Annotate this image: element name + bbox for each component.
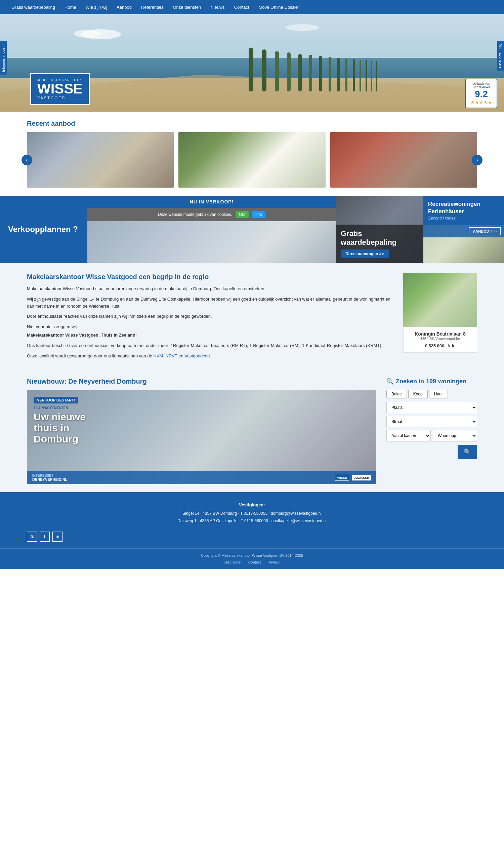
logo-main: WISSE <box>37 82 83 96</box>
footer-address2: Duinweg 1 · 4356 AP Oostkapelle · T 0118… <box>27 518 477 525</box>
about-p6: Ons kantoor beschikt over een enthousias… <box>27 342 393 349</box>
side-tab-right[interactable]: Mijn favorieten <box>497 41 504 71</box>
aanbod-overlay: AANBOD >>> <box>424 225 504 237</box>
review-score: 9.2 <box>470 89 492 100</box>
nvm-link[interactable]: NVM <box>154 353 163 359</box>
tab-beide[interactable]: Beide <box>386 390 407 398</box>
nav-home[interactable]: Home <box>60 5 81 10</box>
svg-point-19 <box>74 30 101 38</box>
nav-contact[interactable]: Contact <box>230 5 254 10</box>
social-facebook[interactable]: f <box>40 532 50 542</box>
cookie-ok-button[interactable]: Ok! <box>236 211 249 218</box>
nb-line1: Uw nieuwe <box>34 411 86 422</box>
search-button[interactable]: 🔍 <box>457 445 477 459</box>
nieuwbouw-image[interactable]: VERKOOP GESTART! 12 APPARTEMENTEN Uw nie… <box>27 390 376 484</box>
nb-website: DENEYVERHEID.NL <box>32 477 68 482</box>
carousel-prev[interactable]: ‹ <box>21 155 32 166</box>
footer-vestigingen-label: Vestigingen: <box>27 502 477 507</box>
cookie-bar: Deze website maakt gebruik van cookies. … <box>87 208 336 221</box>
gratis-title: Gratis waardebepaling <box>341 229 419 247</box>
property-title: Koningin Beatrixlaan 8 <box>408 331 473 336</box>
second-homes: Recreatiewoningen Ferienhäuser Second Ho… <box>424 196 504 263</box>
nb-logos: WISSE JOZIASSE <box>335 475 371 481</box>
straat-select[interactable]: Straat <box>386 416 477 427</box>
second-homes-sub: Second Homes <box>428 216 499 221</box>
nb-line3: Domburg <box>34 433 86 445</box>
gratis-btn[interactable]: Direct aanvragen >> <box>341 249 389 258</box>
tab-huur[interactable]: Huur <box>429 390 448 398</box>
filter-tabs: Beide Koop Huur <box>386 390 477 398</box>
about-title: Makelaarskantoor Wisse Vastgoed een begr… <box>27 273 393 281</box>
nav-move[interactable]: Move Online Dossier <box>254 5 304 10</box>
bottom-row: Nieuwbouw: De Neyverheid Domburg VERKOOP… <box>0 369 504 492</box>
svg-rect-8 <box>309 55 312 91</box>
footer-disclaimer[interactable]: Disclaimer <box>224 560 241 564</box>
svg-rect-5 <box>275 51 279 91</box>
review-label: Op basis van <box>470 82 492 85</box>
about-house-image <box>403 273 477 327</box>
social-twitter[interactable]: 𝕏 <box>27 532 37 542</box>
zoeken-panel: 🔍 Zoeken in 199 woningen Beide Koop Huur… <box>386 378 477 459</box>
carousel-item-3 <box>330 132 477 188</box>
tab-koop[interactable]: Koop <box>408 390 428 398</box>
vastgoedcert-link[interactable]: Vastgoedcert <box>184 353 210 359</box>
review-badge: Op basis van 367 reviews 9.2 ★★★★★ <box>465 79 497 108</box>
footer-copyright: Copyright © Makelaarskantoor Wisse Vastg… <box>27 553 477 557</box>
second-homes-header: Recreatiewoningen Ferienhäuser Second Ho… <box>424 196 504 225</box>
svg-rect-16 <box>371 61 372 91</box>
property-addr: 4354 BK Vrouwenpolder <box>408 336 473 341</box>
recent-aanbod-title: Recent aanbod <box>27 120 477 127</box>
svg-rect-14 <box>360 60 361 91</box>
svg-rect-11 <box>337 58 340 91</box>
gratis-box: Gratis waardebepaling Direct aanvragen >… <box>336 196 424 263</box>
gratis-overlay: Gratis waardebepaling Direct aanvragen >… <box>336 225 424 263</box>
footer-contact[interactable]: Contact <box>248 560 261 564</box>
carousel-next[interactable]: › <box>472 155 483 166</box>
recent-aanbod-section: Recent aanbod ‹ › <box>0 111 504 196</box>
rooms-area-row: Aantal kamers Woon.opp. <box>386 430 477 441</box>
property-price: € 525.000,- k.k. <box>408 343 473 348</box>
footer-address1: Singel 14 · 4357 BW Domburg · T 0118-580… <box>27 510 477 518</box>
svg-rect-6 <box>287 52 291 91</box>
plaats-select[interactable]: Plaats <box>386 402 477 413</box>
footer: Vestigingen: Singel 14 · 4357 BW Domburg… <box>0 492 504 548</box>
about-side: Koningin Beatrixlaan 8 4354 BK Vrouwenpo… <box>403 273 477 360</box>
svg-rect-13 <box>353 59 355 91</box>
social-linkedin[interactable]: in <box>52 532 62 542</box>
nrvt-link[interactable]: NRVT <box>166 353 177 359</box>
svg-rect-10 <box>329 57 331 91</box>
svg-rect-12 <box>345 58 347 91</box>
area-select[interactable]: Woon.opp. <box>433 430 477 441</box>
rooms-select[interactable]: Aantal kamers <box>386 430 431 441</box>
building-image <box>87 221 336 263</box>
promo-verkoopplannen-title: Verkoopplannen ? <box>8 225 78 235</box>
top-nav: Gratis waardebepaling Home Wie zijn wij … <box>0 0 504 14</box>
nav-nieuws[interactable]: Nieuws <box>205 5 230 10</box>
review-stars: ★★★★★ <box>470 100 492 105</box>
aanbod-button[interactable]: AANBOD >>> <box>469 227 501 236</box>
about-p3: Door enthousiaste reacties van onze klan… <box>27 313 393 320</box>
svg-rect-15 <box>365 60 367 91</box>
svg-rect-7 <box>299 54 302 91</box>
nu-verkoop-banner: NU IN VERKOOP! <box>87 196 336 208</box>
nieuwbouw-title: Nieuwbouw: De Neyverheid Domburg <box>27 378 376 385</box>
second-homes-img: AANBOD >>> <box>424 225 504 263</box>
cookie-info-button[interactable]: Info <box>252 211 266 218</box>
property-card: Koningin Beatrixlaan 8 4354 BK Vrouwenpo… <box>403 327 477 353</box>
nav-gratis[interactable]: Gratis waardebepaling <box>7 5 60 10</box>
nb-badge: VERKOOP GESTART! <box>34 397 78 403</box>
review-count: 367 reviews <box>470 85 492 89</box>
nav-wie[interactable]: Wie zijn wij <box>81 5 112 10</box>
nav-aanbod[interactable]: Aanbod <box>112 5 137 10</box>
search-count: 199 <box>426 378 436 385</box>
nieuwbouw-section: Nieuwbouw: De Neyverheid Domburg VERKOOP… <box>27 378 376 484</box>
svg-rect-9 <box>319 56 322 91</box>
svg-rect-4 <box>262 49 267 91</box>
about-p1: Makelaarskantoor Wisse Vastgoed staat vo… <box>27 285 393 293</box>
side-tab-left[interactable]: Inloggen move.nl <box>0 41 7 75</box>
about-text: Makelaarskantoor Wisse Vastgoed een begr… <box>27 273 393 360</box>
footer-privacy[interactable]: Privacy <box>268 560 280 564</box>
nav-referenties[interactable]: Referenties <box>137 5 168 10</box>
about-p2: Wij zijn gevestigd aan de Singel 14 te D… <box>27 296 393 310</box>
nav-diensten[interactable]: Onze diensten <box>168 5 205 10</box>
